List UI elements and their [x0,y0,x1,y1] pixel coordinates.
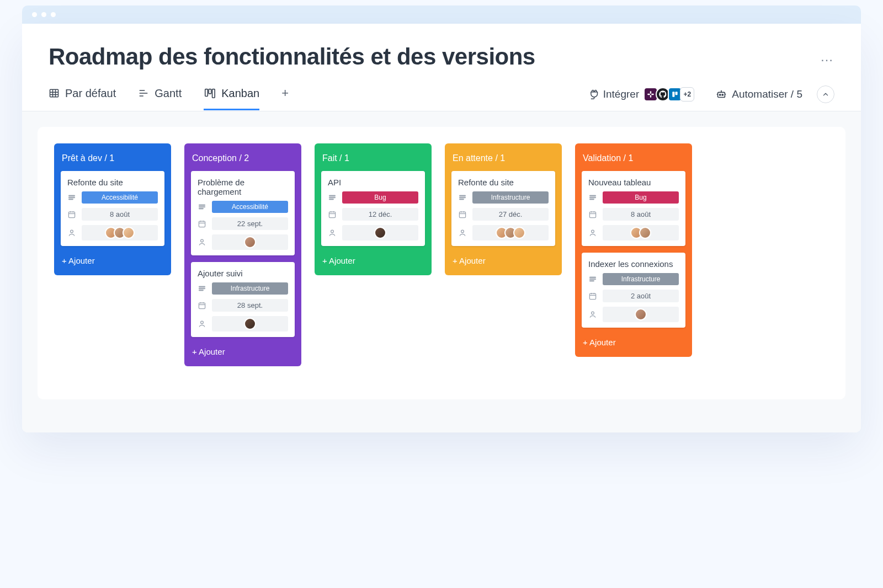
app-window: Roadmap des fonctionnalités et des versi… [22,24,861,432]
svg-rect-10 [212,89,215,98]
card-date: 28 sept. [212,299,288,312]
add-card-button[interactable]: + Ajouter [191,344,295,357]
category-icon [198,202,206,211]
board-area: Prêt à dev / 1Refonte du site Accessibil… [22,111,861,432]
user-icon [328,228,337,237]
chevron-up-icon [822,90,829,98]
svg-rect-11 [650,91,651,94]
board-panel: Prêt à dev / 1Refonte du site Accessibil… [38,127,845,399]
card-tag: Accessibilité [82,191,158,204]
integrate-label: Intégrer [603,88,639,100]
add-card-button[interactable]: + Ajouter [582,334,685,348]
card-avatars [472,225,549,240]
calendar-icon [67,210,76,219]
kanban-card[interactable]: Indexer les connexions Infrastructure 2 … [582,253,685,328]
avatar [639,227,651,239]
column-done: Fait / 1API Bug 12 déc. + Ajouter [315,143,432,275]
avatar [244,236,256,248]
card-tag: Accessibilité [212,201,288,213]
card-title: Problème de chargement [198,178,288,196]
kanban-card[interactable]: Refonte du site Accessibilité 8 août [61,171,164,246]
card-tag: Infrastructure [603,273,679,285]
integration-icons: +2 [646,87,694,101]
svg-rect-9 [209,89,211,94]
card-avatars [603,307,679,322]
card-date: 8 août [82,208,158,221]
column-header: En attente / 1 [451,151,555,164]
user-icon [588,310,597,319]
window-dot [32,12,37,17]
automate-button[interactable]: Automatiser / 5 [715,88,802,100]
card-title: Refonte du site [67,178,158,187]
card-title: Refonte du site [458,178,549,187]
calendar-icon [588,210,597,219]
window-dot [41,12,46,17]
kanban-card[interactable]: API Bug 12 déc. [321,171,425,246]
column-ready: Prêt à dev / 1Refonte du site Accessibil… [54,143,171,275]
view-label: Kanban [221,87,259,100]
svg-rect-14 [651,94,654,95]
svg-rect-0 [50,89,58,97]
user-icon [458,228,467,237]
avatar [635,308,647,320]
kanban-icon [204,87,216,99]
calendar-icon [458,210,467,219]
column-design: Conception / 2Problème de chargement Acc… [184,143,301,366]
integrate-icon [588,89,599,100]
kanban-card[interactable]: Ajouter suivi Infrastructure 28 sept. [191,262,295,337]
svg-rect-15 [673,92,675,97]
user-icon [198,238,206,247]
category-icon [67,193,76,202]
card-title: Ajouter suivi [198,269,288,278]
calendar-icon [588,292,597,301]
avatar [123,227,135,239]
category-icon [198,284,206,293]
calendar-icon [328,210,337,219]
integrate-button[interactable]: Intégrer +2 [588,87,694,101]
svg-rect-8 [205,89,208,97]
user-icon [588,228,597,237]
grid-icon [49,88,60,99]
collapse-button[interactable] [817,85,834,103]
card-avatars [212,316,288,332]
card-tag: Infrastructure [212,282,288,295]
card-avatars [82,225,158,240]
kanban-card[interactable]: Nouveau tableau Bug 8 août [582,171,685,246]
svg-rect-16 [675,92,678,95]
robot-icon [715,88,727,100]
window-dot [51,12,56,17]
column-waiting: En attente / 1Refonte du site Infrastruc… [445,143,562,275]
view-label: Par défaut [65,87,116,100]
svg-point-18 [720,94,721,95]
integration-more[interactable]: +2 [680,87,694,101]
card-tag: Bug [603,191,679,204]
automate-label: Automatiser / 5 [732,88,802,100]
add-card-button[interactable]: + Ajouter [61,253,164,266]
category-icon [588,275,597,284]
add-card-button[interactable]: + Ajouter [321,253,425,266]
user-icon [198,319,206,328]
view-gantt[interactable]: Gantt [138,87,182,110]
view-default[interactable]: Par défaut [49,87,116,110]
column-header: Conception / 2 [191,151,295,164]
kanban-card[interactable]: Problème de chargement Accessibilité 22 … [191,171,295,255]
column-header: Validation / 1 [582,151,685,164]
category-icon [458,193,467,202]
column-header: Fait / 1 [321,151,425,164]
category-icon [588,193,597,202]
toolbar: Par défaut Gantt Kanban + [22,70,861,111]
svg-rect-13 [650,95,651,98]
svg-rect-17 [718,92,725,97]
card-avatars [212,234,288,250]
add-view-button[interactable]: + [281,86,289,110]
add-card-button[interactable]: + Ajouter [451,253,555,266]
card-title: API [328,178,418,187]
calendar-icon [198,220,206,228]
more-button[interactable]: … [820,49,834,65]
card-date: 8 août [603,208,679,221]
card-avatars [603,225,679,240]
card-title: Nouveau tableau [588,178,679,187]
kanban-card[interactable]: Refonte du site Infrastructure 27 déc. [451,171,555,246]
view-kanban[interactable]: Kanban [204,87,259,110]
card-date: 22 sept. [212,217,288,230]
